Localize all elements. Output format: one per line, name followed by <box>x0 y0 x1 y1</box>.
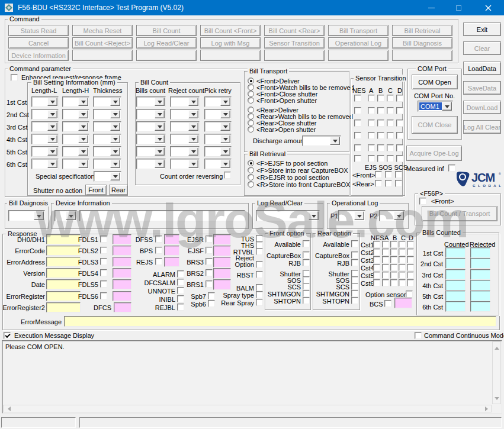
cst-checkbox[interactable] <box>373 264 380 271</box>
transport-rear-deliver-radio[interactable] <box>248 107 254 113</box>
reject-count-combo[interactable] <box>170 159 200 169</box>
cst-checkbox[interactable] <box>390 264 397 271</box>
discharge-amount-combo[interactable] <box>302 136 341 146</box>
device-information-field[interactable] <box>79 210 245 221</box>
sensor-checkbox[interactable] <box>377 132 384 139</box>
thickness-combo[interactable] <box>93 134 121 144</box>
cst-checkbox[interactable] <box>407 241 414 248</box>
scroll-up-icon[interactable] <box>495 344 499 350</box>
rear-shtopn-checkbox[interactable] <box>351 297 358 304</box>
sensor-checkbox[interactable] <box>377 95 384 102</box>
sensor-checkbox[interactable] <box>387 155 394 162</box>
cst-checkbox[interactable] <box>382 264 389 271</box>
thickness-combo[interactable] <box>93 96 121 107</box>
length-l-combo[interactable] <box>31 159 59 169</box>
sensor-rear-sos-checkbox[interactable] <box>385 180 392 187</box>
command-button-log-with-msg[interactable]: Log with Msg <box>200 37 261 49</box>
rear-shtmgon-checkbox[interactable] <box>351 290 358 297</box>
command-continuous-checkbox[interactable] <box>415 332 422 339</box>
fdls4-checkbox[interactable] <box>100 269 107 276</box>
command-button-empty[interactable] <box>136 50 197 61</box>
bps-checkbox[interactable] <box>155 247 162 254</box>
retrieval-f-ejsf-radio[interactable] <box>248 160 254 166</box>
length-h-combo[interactable] <box>62 109 89 120</box>
transport-front-deliver-radio[interactable] <box>248 78 254 84</box>
brs1-checkbox[interactable] <box>206 280 213 288</box>
length-l-combo[interactable] <box>31 109 59 120</box>
bcs-checkbox[interactable] <box>384 300 391 307</box>
command-button-log-read-clear[interactable]: Log Read/Clear <box>136 37 197 49</box>
transport-rear-open-radio[interactable] <box>248 126 254 133</box>
shutter-rear-button[interactable]: Rear <box>109 185 128 195</box>
cst-checkbox[interactable] <box>399 264 406 271</box>
sensor-checkbox[interactable] <box>387 107 394 114</box>
exit-button[interactable]: Exit <box>463 22 501 36</box>
fdls2-checkbox[interactable] <box>100 247 107 254</box>
device-information-combo[interactable] <box>54 210 77 221</box>
pick-retry-combo[interactable] <box>204 121 232 132</box>
transport-front-close-radio[interactable] <box>248 91 254 97</box>
bills-count-combo[interactable] <box>136 109 166 120</box>
length-h-combo[interactable] <box>62 134 89 144</box>
length-h-combo[interactable] <box>62 121 89 132</box>
cst-checkbox[interactable] <box>390 279 397 286</box>
message-log-area[interactable]: Please COM OPEN. <box>2 340 502 414</box>
cst-checkbox[interactable] <box>390 241 397 248</box>
sensor-checkbox[interactable] <box>387 95 394 102</box>
length-h-combo[interactable] <box>62 146 89 157</box>
rejs-checkbox[interactable] <box>155 258 162 265</box>
rear-rjb-checkbox[interactable] <box>351 259 358 266</box>
scroll-down-icon[interactable] <box>495 397 499 402</box>
bills-count-combo[interactable] <box>136 146 166 157</box>
p2-combo[interactable] <box>379 210 405 221</box>
brs3-checkbox[interactable] <box>206 258 213 265</box>
special-specification-combo[interactable] <box>94 171 121 182</box>
sensor-checkbox[interactable] <box>396 155 403 162</box>
sensor-front-sos-checkbox[interactable] <box>385 171 392 178</box>
sensor-checkbox[interactable] <box>396 95 403 102</box>
command-button-operational-log[interactable]: Operational Log <box>328 37 389 49</box>
thickness-combo[interactable] <box>93 121 121 132</box>
sensor-checkbox[interactable] <box>377 107 384 114</box>
ejsf-checkbox[interactable] <box>206 247 213 254</box>
rear-capturebox-checkbox[interactable] <box>351 251 358 259</box>
cst-checkbox[interactable] <box>382 272 389 279</box>
pick-retry-combo[interactable] <box>204 146 232 157</box>
spb7-checkbox[interactable] <box>208 292 215 299</box>
sensor-checkbox[interactable] <box>387 132 394 139</box>
sensor-checkbox[interactable] <box>368 132 375 139</box>
cst-checkbox[interactable] <box>390 256 397 263</box>
sensor-checkbox[interactable] <box>368 155 375 162</box>
command-button-cancel[interactable]: Cancel <box>8 37 69 49</box>
download-button[interactable]: DownLoad <box>463 101 501 114</box>
sensor-checkbox[interactable] <box>396 107 403 114</box>
cst-checkbox[interactable] <box>373 241 380 248</box>
command-button-device-information[interactable]: Device Information <box>8 50 69 61</box>
command-button-mecha-reset[interactable]: Mecha Reset <box>72 25 133 36</box>
reject-count-combo[interactable] <box>170 134 200 144</box>
clear-button[interactable]: Clear <box>463 41 501 55</box>
retrieval-f-store-radio[interactable] <box>248 167 254 173</box>
command-button-bill-retrieval[interactable]: Bill Retrieval <box>392 25 452 36</box>
sensor-checkbox[interactable] <box>368 95 375 102</box>
sensor-checkbox[interactable] <box>368 120 375 127</box>
thickness-combo[interactable] <box>93 159 121 169</box>
cst-checkbox[interactable] <box>399 256 406 263</box>
sensor-checkbox[interactable] <box>354 120 361 127</box>
sensor-rear-scs-checkbox[interactable] <box>395 180 402 187</box>
fdls6-checkbox[interactable] <box>100 292 107 299</box>
fdls5-checkbox[interactable] <box>100 280 107 288</box>
pick-retry-combo[interactable] <box>204 159 232 169</box>
pick-retry-combo[interactable] <box>204 109 232 120</box>
p1-combo[interactable] <box>338 210 365 221</box>
brs2-checkbox[interactable] <box>206 269 213 276</box>
rear-scs-checkbox[interactable] <box>351 283 358 290</box>
shutter-front-button[interactable]: Front <box>85 185 107 195</box>
command-button-bill-diagnosis[interactable]: Bill Diagnosis <box>392 37 452 49</box>
length-h-combo[interactable] <box>62 159 89 169</box>
sensor-checkbox[interactable] <box>387 144 394 151</box>
sensor-rear-ejs-checkbox[interactable] <box>375 180 382 187</box>
sensor-checkbox[interactable] <box>354 155 361 162</box>
transport-rear-close-radio[interactable] <box>248 120 254 126</box>
sensor-front-scs-checkbox[interactable] <box>395 171 402 178</box>
